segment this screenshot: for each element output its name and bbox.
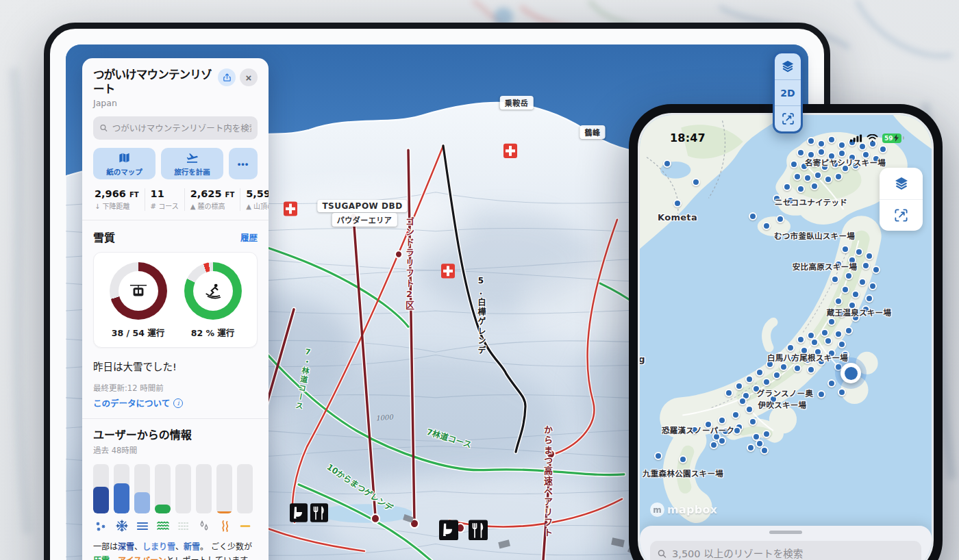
resort-label: 伊吹スキー場 — [758, 399, 807, 410]
resort-label: 恐羅漢スノーパーク — [662, 424, 734, 435]
search-icon — [657, 548, 667, 559]
stat-value: 2,966 FT — [95, 188, 139, 199]
mapbox-attribution[interactable]: m mapbox — [650, 502, 718, 517]
packed-lines-bar-fill — [134, 492, 150, 514]
plan-trip-label: 旅行を計画 — [174, 166, 210, 177]
spring-waves-icon — [156, 519, 170, 533]
spring-waves-bar-fill — [155, 505, 171, 514]
stat-item: 5,591 FT ▲ 山頂の標高 — [240, 188, 269, 211]
battery-indicator: 59 — [882, 133, 901, 143]
plane-icon — [186, 151, 199, 164]
panel-search-input[interactable] — [112, 123, 251, 133]
reports-section-title: ユーザーからの情報 — [93, 426, 258, 442]
bar-track — [216, 464, 232, 513]
phone-search-input[interactable] — [672, 548, 914, 559]
about-data-link[interactable]: このデータについて — [93, 396, 170, 409]
panel-search-field[interactable] — [93, 116, 258, 140]
resort-label: ニセコユナイテッド — [775, 196, 847, 207]
stat-label: ↓ 下降距離 — [95, 201, 139, 211]
close-icon: × — [246, 73, 252, 83]
layers-button[interactable] — [775, 53, 801, 79]
paper-map-label: 紙のマップ — [106, 166, 142, 177]
2d-mode-label: 2D — [780, 88, 795, 99]
mapbox-icon: m — [650, 502, 664, 517]
share-icon — [222, 73, 232, 83]
stat-value: 2,625 FT — [190, 188, 235, 199]
locate-button[interactable] — [775, 105, 801, 131]
locate-icon — [781, 112, 795, 126]
droplets-icon — [197, 519, 211, 533]
stat-item: 2,625 FT ▲ 麓の標高 — [184, 188, 240, 211]
snow-status-card: 38 / 54 運行 82 % 運行 — [93, 252, 258, 348]
resort-label: Kometa — [658, 212, 697, 222]
bar-track — [175, 464, 191, 513]
search-icon — [99, 123, 108, 133]
paper-map-button[interactable]: 紙のマップ — [93, 148, 155, 179]
runs-open-caption: 82 % 運行 — [191, 326, 235, 339]
locate-icon — [893, 207, 909, 223]
phone-locate-button[interactable] — [880, 199, 923, 231]
resort-label: 安比高原スキー場 — [793, 261, 857, 272]
stat-item: 2,966 FT ↓ 下降距離 — [93, 188, 145, 211]
gondola-icon — [129, 282, 147, 300]
more-icon: ••• — [238, 159, 249, 169]
snow-headline: 昨日は大雪でした! — [93, 359, 258, 373]
map-control-stack: 2D — [773, 51, 803, 133]
cellular-signal-icon — [850, 134, 862, 142]
layers-icon — [893, 175, 910, 192]
bar-track — [134, 464, 150, 513]
resort-country: Japan — [93, 98, 258, 108]
phone-device-frame: 名寄ピヤシリスキー場ニセコユナイテッドKometaむつ市釜臥山スキー場安比高原ス… — [629, 104, 943, 560]
divider — [82, 220, 269, 220]
phone-map-controls — [880, 168, 923, 231]
layers-icon — [780, 59, 795, 74]
resort-label: 白馬八方尾根スキー場 — [767, 352, 848, 363]
ice-dash-icon — [238, 519, 252, 533]
bar-track — [114, 464, 129, 513]
resort-label: むつ市釜臥山スキー場 — [774, 230, 855, 241]
status-time: 18:47 — [670, 131, 706, 144]
bar-track — [196, 464, 212, 513]
slush-icon — [218, 519, 232, 533]
history-link[interactable]: 履歴 — [240, 231, 258, 244]
share-button[interactable] — [218, 68, 236, 86]
2d-mode-button[interactable]: 2D — [775, 79, 801, 105]
mapbox-wordmark: mapbox — [667, 503, 718, 516]
stat-label: # コース — [151, 201, 179, 211]
lifts-donut-chart — [110, 262, 167, 320]
more-button[interactable]: ••• — [229, 148, 258, 179]
paper-map-icon — [118, 151, 131, 164]
close-button[interactable]: × — [240, 68, 258, 86]
bar-track — [155, 464, 171, 513]
sheet-drag-handle[interactable] — [769, 531, 802, 534]
last-updated: 最終更新:12 時間前 — [93, 382, 258, 393]
snow-type-icons-row — [93, 519, 258, 533]
resort-label: 蔵王温泉スキー場 — [827, 307, 891, 318]
stat-value: 11 — [151, 188, 179, 199]
powder-flakes-bar-fill — [93, 487, 109, 514]
packed-lines-icon — [136, 519, 149, 533]
stat-label: ▲ 麓の標高 — [190, 201, 235, 211]
resort-label: 九重森林公園スキー場 — [643, 468, 723, 479]
battery-percent: 59 — [884, 135, 893, 142]
lifts-open-caption: 38 / 54 運行 — [112, 326, 164, 339]
phone-layers-button[interactable] — [880, 168, 923, 199]
wifi-icon — [867, 134, 878, 142]
powder-flakes-icon — [95, 519, 108, 533]
skier-icon — [204, 282, 222, 300]
runs-donut-chart — [184, 262, 242, 320]
snow-report-bar-chart — [93, 464, 258, 513]
slush-bar-fill — [216, 511, 232, 513]
snowflake-bar-fill — [114, 483, 129, 514]
stat-value: 5,591 FT — [246, 188, 269, 199]
plan-trip-button[interactable]: 旅行を計画 — [161, 148, 223, 179]
reports-subtitle: 過去 48時間 — [93, 444, 258, 455]
faint-lines-icon — [177, 519, 190, 533]
divider — [82, 418, 269, 419]
bottom-sheet — [640, 526, 932, 560]
charging-bolt-icon — [894, 134, 899, 142]
resort-info-panel: つがいけマウンテンリゾート × Japan 紙のマップ — [82, 58, 269, 560]
phone-search-field[interactable] — [650, 541, 921, 560]
resort-title: つがいけマウンテンリゾート — [93, 68, 214, 97]
info-icon[interactable]: i — [173, 398, 183, 408]
